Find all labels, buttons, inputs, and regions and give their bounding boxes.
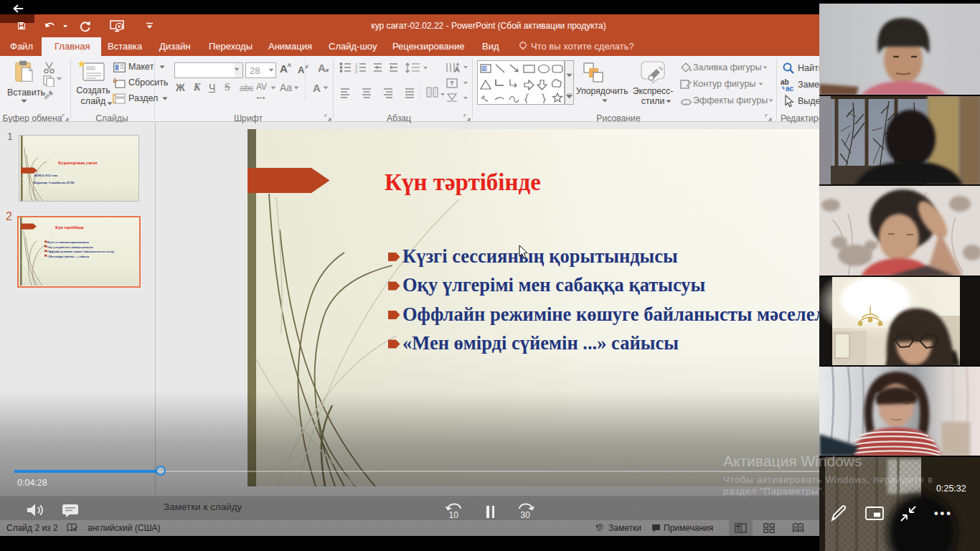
svg-text:30: 30 [521, 510, 531, 519]
svg-text:Оффлайн режиміне көшуге байлан: Оффлайн режиміне көшуге байланысты мәсел… [47, 250, 115, 253]
svg-text:Куратор Алмабаева Н.М.: Куратор Алмабаева Н.М. [34, 181, 75, 184]
svg-text:A: A [483, 66, 486, 71]
svg-text:Кураторлық сағат: Кураторлық сағат [58, 160, 98, 165]
svg-text:A: A [455, 66, 459, 73]
svg-text:Күзгі сессияның қорытындысы: Күзгі сессияның қорытындысы [47, 240, 90, 244]
svg-text:ac: ac [786, 85, 794, 92]
svg-text:ЖМ21-012 топ: ЖМ21-012 топ [34, 174, 57, 177]
svg-text:10: 10 [449, 510, 459, 519]
svg-text:«Мен өмірді сүйемін ...» сайыс: «Мен өмірді сүйемін ...» сайысы [47, 255, 90, 258]
svg-text:3: 3 [355, 70, 357, 74]
svg-text:Күн тәртібінде: Күн тәртібінде [55, 225, 84, 230]
svg-text:Оқу үлгерімі мен сабаққа қатыс: Оқу үлгерімі мен сабаққа қатысуы [47, 245, 94, 249]
